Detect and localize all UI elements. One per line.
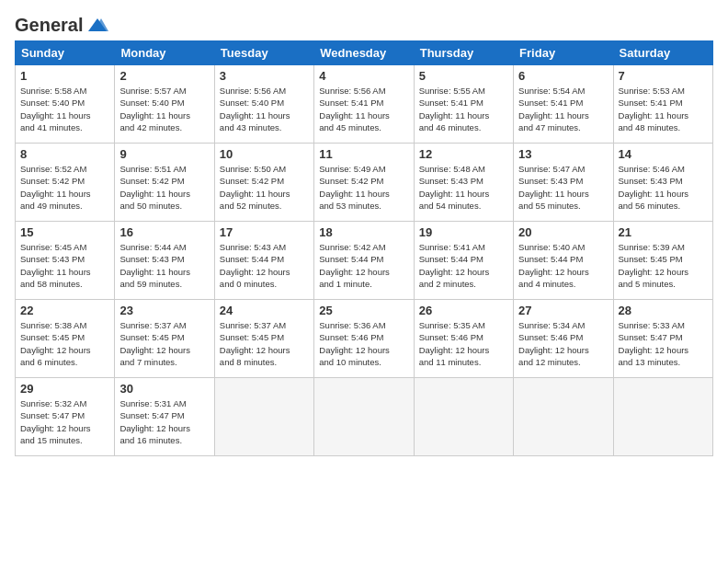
day-number: 23 <box>119 304 209 317</box>
day-number: 9 <box>119 147 209 161</box>
calendar-cell <box>314 378 414 456</box>
calendar-cell: 6Sunrise: 5:54 AMSunset: 5:41 PMDaylight… <box>514 65 613 144</box>
calendar-cell: 19Sunrise: 5:41 AMSunset: 5:44 PMDayligh… <box>414 222 513 300</box>
cell-info: Sunrise: 5:43 AMSunset: 5:44 PMDaylight:… <box>220 241 309 290</box>
page-header: General <box>15 15 713 33</box>
cell-info: Sunrise: 5:34 AMSunset: 5:46 PMDaylight:… <box>518 319 608 368</box>
col-header-tuesday: Tuesday <box>214 41 313 65</box>
cell-info: Sunrise: 5:47 AMSunset: 5:43 PMDaylight:… <box>518 163 608 212</box>
day-number: 14 <box>619 147 708 161</box>
day-number: 15 <box>20 225 109 239</box>
calendar-header-row: SundayMondayTuesdayWednesdayThursdayFrid… <box>16 41 713 65</box>
day-number: 12 <box>419 147 508 161</box>
calendar-cell: 26Sunrise: 5:35 AMSunset: 5:46 PMDayligh… <box>414 300 513 378</box>
cell-info: Sunrise: 5:52 AMSunset: 5:42 PMDaylight:… <box>20 163 109 212</box>
cell-info: Sunrise: 5:48 AMSunset: 5:43 PMDaylight:… <box>419 163 508 212</box>
day-number: 2 <box>119 69 209 83</box>
cell-info: Sunrise: 5:37 AMSunset: 5:45 PMDaylight:… <box>220 319 309 368</box>
col-header-monday: Monday <box>115 41 214 65</box>
col-header-thursday: Thursday <box>414 41 513 65</box>
calendar-cell: 2Sunrise: 5:57 AMSunset: 5:40 PMDaylight… <box>115 65 214 144</box>
cell-info: Sunrise: 5:41 AMSunset: 5:44 PMDaylight:… <box>419 241 508 290</box>
cell-info: Sunrise: 5:37 AMSunset: 5:45 PMDaylight:… <box>119 319 209 368</box>
calendar-cell: 8Sunrise: 5:52 AMSunset: 5:42 PMDaylight… <box>16 144 115 222</box>
calendar-cell <box>214 378 313 456</box>
cell-info: Sunrise: 5:35 AMSunset: 5:46 PMDaylight:… <box>419 319 508 368</box>
cell-info: Sunrise: 5:55 AMSunset: 5:41 PMDaylight:… <box>419 85 508 133</box>
cell-info: Sunrise: 5:58 AMSunset: 5:40 PMDaylight:… <box>20 85 109 133</box>
day-number: 22 <box>20 304 109 317</box>
day-number: 24 <box>220 304 309 317</box>
calendar-cell: 17Sunrise: 5:43 AMSunset: 5:44 PMDayligh… <box>214 222 313 300</box>
day-number: 20 <box>518 225 608 239</box>
calendar-cell: 15Sunrise: 5:45 AMSunset: 5:43 PMDayligh… <box>16 222 115 300</box>
cell-info: Sunrise: 5:42 AMSunset: 5:44 PMDaylight:… <box>319 241 408 290</box>
week-row-3: 15Sunrise: 5:45 AMSunset: 5:43 PMDayligh… <box>16 222 713 300</box>
calendar-cell: 22Sunrise: 5:38 AMSunset: 5:45 PMDayligh… <box>16 300 115 378</box>
day-number: 17 <box>220 225 309 239</box>
calendar-cell: 21Sunrise: 5:39 AMSunset: 5:45 PMDayligh… <box>613 222 712 300</box>
day-number: 27 <box>518 304 608 317</box>
cell-info: Sunrise: 5:46 AMSunset: 5:43 PMDaylight:… <box>619 163 708 212</box>
week-row-5: 29Sunrise: 5:32 AMSunset: 5:47 PMDayligh… <box>16 378 713 456</box>
cell-info: Sunrise: 5:40 AMSunset: 5:44 PMDaylight:… <box>518 241 608 290</box>
logo: General <box>15 15 110 33</box>
cell-info: Sunrise: 5:49 AMSunset: 5:42 PMDaylight:… <box>319 163 408 212</box>
logo-text: General <box>15 16 83 34</box>
calendar-cell: 24Sunrise: 5:37 AMSunset: 5:45 PMDayligh… <box>214 300 313 378</box>
day-number: 25 <box>319 304 408 317</box>
cell-info: Sunrise: 5:39 AMSunset: 5:45 PMDaylight:… <box>619 241 708 290</box>
calendar-cell: 23Sunrise: 5:37 AMSunset: 5:45 PMDayligh… <box>115 300 214 378</box>
calendar-cell: 11Sunrise: 5:49 AMSunset: 5:42 PMDayligh… <box>314 144 414 222</box>
calendar-cell: 12Sunrise: 5:48 AMSunset: 5:43 PMDayligh… <box>414 144 513 222</box>
col-header-friday: Friday <box>514 41 613 65</box>
calendar-cell <box>613 378 712 456</box>
col-header-sunday: Sunday <box>16 41 115 65</box>
cell-info: Sunrise: 5:56 AMSunset: 5:40 PMDaylight:… <box>220 85 309 133</box>
day-number: 21 <box>619 225 708 239</box>
day-number: 8 <box>20 147 109 161</box>
cell-info: Sunrise: 5:51 AMSunset: 5:42 PMDaylight:… <box>119 163 209 212</box>
calendar-cell: 7Sunrise: 5:53 AMSunset: 5:41 PMDaylight… <box>613 65 712 144</box>
cell-info: Sunrise: 5:53 AMSunset: 5:41 PMDaylight:… <box>619 85 708 133</box>
calendar-table: SundayMondayTuesdayWednesdayThursdayFrid… <box>15 40 713 456</box>
day-number: 3 <box>220 69 309 83</box>
cell-info: Sunrise: 5:54 AMSunset: 5:41 PMDaylight:… <box>518 85 608 133</box>
cell-info: Sunrise: 5:33 AMSunset: 5:47 PMDaylight:… <box>619 319 708 368</box>
calendar-cell: 27Sunrise: 5:34 AMSunset: 5:46 PMDayligh… <box>514 300 613 378</box>
calendar-cell: 20Sunrise: 5:40 AMSunset: 5:44 PMDayligh… <box>514 222 613 300</box>
cell-info: Sunrise: 5:57 AMSunset: 5:40 PMDaylight:… <box>119 85 209 133</box>
day-number: 7 <box>619 69 708 83</box>
calendar-cell: 10Sunrise: 5:50 AMSunset: 5:42 PMDayligh… <box>214 144 313 222</box>
cell-info: Sunrise: 5:50 AMSunset: 5:42 PMDaylight:… <box>220 163 309 212</box>
week-row-4: 22Sunrise: 5:38 AMSunset: 5:45 PMDayligh… <box>16 300 713 378</box>
cell-info: Sunrise: 5:38 AMSunset: 5:45 PMDaylight:… <box>20 319 109 368</box>
calendar-cell: 18Sunrise: 5:42 AMSunset: 5:44 PMDayligh… <box>314 222 414 300</box>
cell-info: Sunrise: 5:31 AMSunset: 5:47 PMDaylight:… <box>119 397 209 446</box>
calendar-cell <box>414 378 513 456</box>
cell-info: Sunrise: 5:45 AMSunset: 5:43 PMDaylight:… <box>20 241 109 290</box>
day-number: 29 <box>20 382 109 396</box>
day-number: 11 <box>319 147 408 161</box>
calendar-cell: 14Sunrise: 5:46 AMSunset: 5:43 PMDayligh… <box>613 144 712 222</box>
day-number: 28 <box>619 304 708 317</box>
day-number: 18 <box>319 225 408 239</box>
calendar-cell: 16Sunrise: 5:44 AMSunset: 5:43 PMDayligh… <box>115 222 214 300</box>
cell-info: Sunrise: 5:56 AMSunset: 5:41 PMDaylight:… <box>319 85 408 133</box>
calendar-cell <box>514 378 613 456</box>
calendar-cell: 30Sunrise: 5:31 AMSunset: 5:47 PMDayligh… <box>115 378 214 456</box>
day-number: 10 <box>220 147 309 161</box>
day-number: 13 <box>518 147 608 161</box>
calendar-cell: 25Sunrise: 5:36 AMSunset: 5:46 PMDayligh… <box>314 300 414 378</box>
day-number: 4 <box>319 69 408 83</box>
day-number: 26 <box>419 304 508 317</box>
day-number: 16 <box>119 225 209 239</box>
calendar-cell: 29Sunrise: 5:32 AMSunset: 5:47 PMDayligh… <box>16 378 115 456</box>
cell-info: Sunrise: 5:32 AMSunset: 5:47 PMDaylight:… <box>20 397 109 446</box>
calendar-cell: 9Sunrise: 5:51 AMSunset: 5:42 PMDaylight… <box>115 144 214 222</box>
calendar-cell: 13Sunrise: 5:47 AMSunset: 5:43 PMDayligh… <box>514 144 613 222</box>
calendar-cell: 28Sunrise: 5:33 AMSunset: 5:47 PMDayligh… <box>613 300 712 378</box>
calendar-cell: 5Sunrise: 5:55 AMSunset: 5:41 PMDaylight… <box>414 65 513 144</box>
week-row-1: 1Sunrise: 5:58 AMSunset: 5:40 PMDaylight… <box>16 65 713 144</box>
week-row-2: 8Sunrise: 5:52 AMSunset: 5:42 PMDaylight… <box>16 144 713 222</box>
